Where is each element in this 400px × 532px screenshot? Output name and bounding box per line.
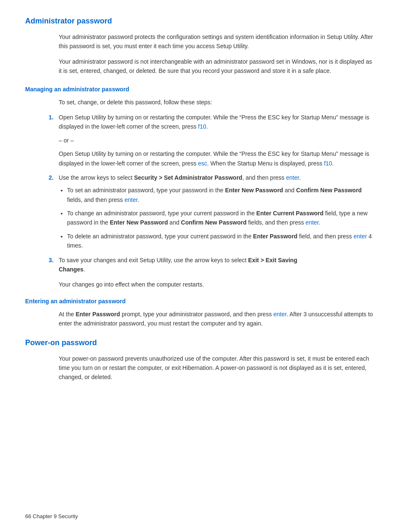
bullet-3-link[interactable]: enter <box>353 233 367 240</box>
step-3-bold1: Exit > Exit Saving <box>248 257 297 263</box>
step-1-link3[interactable]: f10 <box>324 160 332 167</box>
or-text: – or – <box>59 137 74 144</box>
managing-intro: To set, change, or delete this password,… <box>59 98 375 107</box>
bullet-2-bold2: Enter New Password <box>110 219 168 226</box>
step-1: 1. Open Setup Utility by turning on or r… <box>59 113 375 168</box>
entering-para: At the Enter Password prompt, type your … <box>59 310 375 328</box>
step-1-number: 1. <box>49 113 54 122</box>
bullet-1-bold2: Confirm New Password <box>296 187 361 194</box>
power-on-para: Your power-on password prevents unauthor… <box>59 354 375 382</box>
step-2-bold: Security > Set Administrator Password <box>134 174 242 181</box>
admin-password-para2: Your administrator password is not inter… <box>59 57 375 76</box>
entering-bold1: Enter Password <box>75 311 120 318</box>
step-3-period: . <box>83 266 85 273</box>
bullet-1-text: To set an administrator password, type y… <box>67 187 362 203</box>
bullet-2: To change an administrator password, typ… <box>67 209 375 227</box>
entering-text2: prompt, type your administrator password… <box>120 311 273 318</box>
steps-list: 1. Open Setup Utility by turning on or r… <box>59 113 375 274</box>
bullet-2-bold1: Enter Current Password <box>256 210 323 217</box>
or-divider: – or – <box>59 136 375 145</box>
bullet-2-text: To change an administrator password, typ… <box>67 210 368 226</box>
step-1-text2end: . <box>332 160 334 167</box>
step-2: 2. Use the arrow keys to select Security… <box>59 173 375 251</box>
step-3-number: 3. <box>49 256 54 265</box>
step-2-number: 2. <box>49 173 54 182</box>
step-2-text: Use the arrow keys to select <box>59 174 134 181</box>
bullet-3-text: To delete an administrator password, typ… <box>67 233 372 249</box>
bullet-1: To set an administrator password, type y… <box>67 186 375 204</box>
step-2-link[interactable]: enter <box>286 174 299 181</box>
admin-password-title: Administrator password <box>25 17 375 26</box>
page-content: Administrator password Your administrato… <box>25 17 375 382</box>
admin-password-para1: Your administrator password protects the… <box>59 32 375 51</box>
step-1-text1: Open Setup Utility by turning on or rest… <box>59 114 369 130</box>
page-footer: 66 Chapter 9 Security <box>25 513 78 519</box>
bullet-1-link[interactable]: enter <box>125 196 138 203</box>
bullet-2-link[interactable]: enter <box>306 219 319 226</box>
step-1-text1end: . <box>206 123 208 130</box>
managing-closing: Your changes go into effect when the com… <box>59 280 375 289</box>
step-3-text: To save your changes and exit Setup Util… <box>59 257 248 263</box>
entering-link[interactable]: enter <box>273 311 286 318</box>
step-1-text2mid: . When the Startup Menu is displayed, pr… <box>207 160 324 167</box>
step-1-link1[interactable]: f10 <box>198 123 206 130</box>
step-2-period: . <box>299 174 301 181</box>
bullet-3: To delete an administrator password, typ… <box>67 232 375 251</box>
power-on-title: Power-on password <box>25 338 375 347</box>
bullet-1-bold1: Enter New Password <box>225 187 283 194</box>
step-3: 3. To save your changes and exit Setup U… <box>59 256 375 274</box>
step-1-link2[interactable]: esc <box>198 160 207 167</box>
step-2-bullets: To set an administrator password, type y… <box>67 186 375 250</box>
step-2-textend: , and then press <box>242 174 286 181</box>
bullet-3-bold1: Enter Password <box>253 233 298 240</box>
step-3-bold2: Changes <box>59 266 83 273</box>
entering-text1: At the <box>59 311 75 318</box>
entering-title: Entering an administrator password <box>25 298 375 305</box>
managing-title: Managing an administrator password <box>25 86 375 93</box>
bullet-2-bold3: Confirm New Password <box>181 219 247 226</box>
